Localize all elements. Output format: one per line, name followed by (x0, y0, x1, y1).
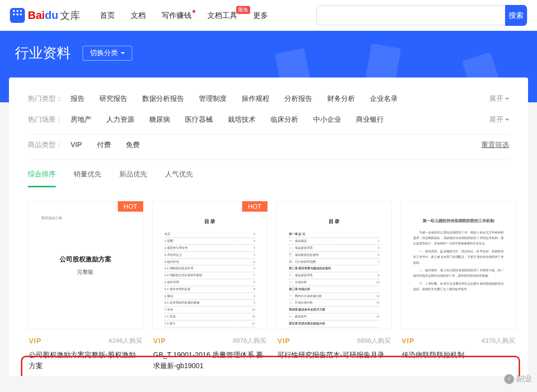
filter-item[interactable]: 数据分析报告 (142, 94, 184, 103)
filter-item[interactable]: 商业银行 (356, 115, 384, 124)
doc-thumbnail: 目 录 前言3 1 范围4 2 规范性引用文件4 3 术语和定义5 4 组织环境… (152, 201, 268, 329)
doc-card[interactable]: 第一幼儿园防控传染病联防联控工作机制 为进一步做好幼儿园传染病防控工作，根据上级… (401, 201, 516, 371)
red-dot-icon (192, 10, 195, 13)
filter-item[interactable]: 栽培技术 (228, 115, 256, 124)
expand-button[interactable]: 展开 (489, 115, 509, 124)
buyers-count: 4246人购买 (108, 336, 142, 345)
results-grid: HOT 股权激励方案 公司股权激励方案 完整版 VIP 4246人购买 公司股权… (28, 187, 509, 376)
filter-label: 商品类型： (28, 141, 71, 150)
filter-row-type: 热门类型： 报告 研究报告 数据分析报告 管理制度 操作规程 分析报告 财务分析… (28, 88, 509, 109)
watermark: ✓ 副业 (504, 374, 532, 376)
wechat-icon: ✓ (504, 374, 514, 377)
page-title: 行业资料 (15, 44, 71, 63)
logo[interactable]: Baidu 文库 (10, 8, 80, 23)
doc-card[interactable]: HOT 目 录 前言3 1 范围4 2 规范性引用文件4 3 术语和定义5 4 … (152, 201, 268, 371)
filter-item[interactable]: 财务分析 (327, 94, 355, 103)
doc-title: GB_T 19001-2016 质量管理体系 要求最新-gb19001 (152, 349, 268, 371)
filter-item[interactable]: 管理制度 (199, 94, 227, 103)
filter-item[interactable]: 报告 (71, 94, 85, 103)
baidu-paw-icon (10, 8, 25, 23)
switch-category-button[interactable]: 切换分类 (83, 46, 132, 61)
sort-tab-sales[interactable]: 销量优先 (74, 170, 101, 187)
nav-tools[interactable]: 文档工具限免 (207, 11, 237, 20)
filter-item[interactable]: 医疗器械 (185, 115, 213, 124)
search-bar: 搜索 (316, 5, 527, 26)
filter-item[interactable]: 企业名录 (370, 94, 398, 103)
filter-label: 热门场景： (28, 115, 71, 124)
filter-item[interactable]: 免费 (126, 141, 140, 150)
search-button[interactable]: 搜索 (505, 5, 527, 26)
filter-item[interactable]: 研究报告 (99, 94, 127, 103)
filter-item[interactable]: 人力资源 (106, 115, 134, 124)
filter-item[interactable]: 付费 (97, 141, 111, 150)
sort-tab-popular[interactable]: 人气优先 (165, 170, 193, 187)
filter-item[interactable]: 房地产 (71, 115, 91, 124)
filter-label: 热门类型： (28, 94, 71, 103)
nav-home[interactable]: 首页 (100, 11, 115, 20)
sort-tab-default[interactable]: 综合排序 (28, 170, 56, 187)
doc-card[interactable]: 目 录 第一章 总 论 一、项目概况2 二、项目建设背景3 三、项目建设的必要性… (276, 201, 392, 371)
search-input[interactable] (316, 5, 505, 25)
nav-earn[interactable]: 写作赚钱 (162, 11, 191, 20)
main-nav: 首页 文档 写作赚钱 文档工具限免 更多 (100, 11, 268, 20)
vip-badge: VIP (153, 337, 166, 345)
filter-row-product: 商品类型： VIP 付费 免费 重置筛选 (28, 135, 509, 156)
filter-row-scene: 热门场景： 房地产 人力资源 糖尿病 医疗器械 栽培技术 临床分析 中小企业 商… (28, 109, 509, 130)
hot-badge: HOT (242, 201, 268, 212)
vip-badge: VIP (29, 337, 42, 345)
buyers-count: 6896人购买 (357, 336, 391, 345)
nav-docs[interactable]: 文档 (131, 11, 146, 20)
filter-item[interactable]: 临床分析 (270, 115, 298, 124)
doc-card[interactable]: HOT 股权激励方案 公司股权激励方案 完整版 VIP 4246人购买 公司股权… (28, 201, 143, 371)
reset-filter-button[interactable]: 重置筛选 (481, 141, 509, 150)
sort-tabs: 综合排序 销量优先 新品优先 人气优先 (28, 160, 509, 187)
doc-thumbnail: 股权激励方案 公司股权激励方案 完整版 (28, 201, 143, 329)
doc-title: 公司股权激励方案完整版-股权激励方案 (28, 349, 143, 371)
doc-thumbnail: 目 录 第一章 总 论 一、项目概况2 二、项目建设背景3 三、项目建设的必要性… (276, 201, 392, 329)
sort-tab-new[interactable]: 新品优先 (119, 170, 147, 187)
doc-title: 可行性研究报告范本-可研报告月录 (276, 349, 392, 371)
hot-badge: HOT (118, 201, 143, 212)
logo-suffix: 文库 (60, 9, 80, 22)
filter-item[interactable]: VIP (71, 141, 82, 150)
buyers-count: 8976人购买 (233, 336, 267, 345)
buyers-count: 4376人购买 (481, 336, 515, 345)
vip-badge: VIP (402, 337, 415, 345)
watermark-text: 副业 (516, 374, 532, 376)
logo-text: Baidu (28, 9, 58, 22)
filter-item[interactable]: 糖尿病 (149, 115, 170, 124)
filter-item[interactable]: 操作规程 (242, 94, 269, 103)
expand-button[interactable]: 展开 (489, 94, 509, 103)
doc-thumbnail: 第一幼儿园防控传染病联防联控工作机制 为进一步做好幼儿园传染病防控工作，根据上级… (401, 201, 516, 329)
top-header: Baidu 文库 首页 文档 写作赚钱 文档工具限免 更多 搜索 (0, 0, 537, 31)
doc-title: 传染病联防联控机制 (401, 349, 516, 371)
filter-panel: 热门类型： 报告 研究报告 数据分析报告 管理制度 操作规程 分析报告 财务分析… (9, 78, 528, 376)
vip-badge: VIP (277, 337, 290, 345)
nav-more[interactable]: 更多 (253, 11, 268, 20)
filter-item[interactable]: 分析报告 (284, 94, 312, 103)
filter-item[interactable]: 中小企业 (313, 115, 341, 124)
free-badge: 限免 (236, 6, 250, 14)
